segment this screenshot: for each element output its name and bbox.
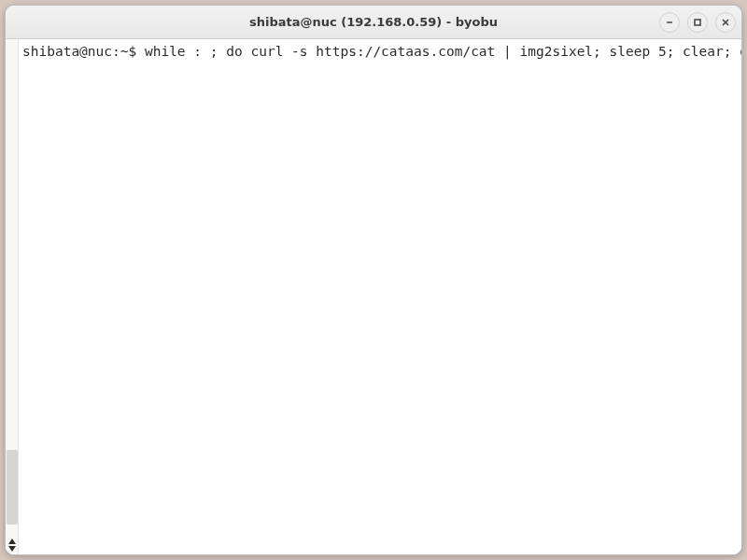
close-button[interactable]	[715, 12, 736, 33]
scroll-up-icon[interactable]	[7, 538, 17, 545]
shell-prompt: shibata@nuc:~$	[22, 44, 145, 59]
scrollbar[interactable]	[6, 39, 19, 554]
terminal-body: shibata@nuc:~$ while : ; do curl -s http…	[6, 39, 741, 554]
scroll-arrows	[6, 538, 18, 553]
window-controls	[659, 12, 736, 33]
terminal-window: shibata@nuc (192.168.0.59) - byobu shiba…	[5, 5, 742, 555]
titlebar: shibata@nuc (192.168.0.59) - byobu	[6, 6, 741, 39]
command-text: while : ; do curl -s https://cataas.com/…	[145, 44, 741, 59]
minimize-button[interactable]	[659, 12, 680, 33]
terminal-content[interactable]: shibata@nuc:~$ while : ; do curl -s http…	[19, 39, 741, 554]
close-icon	[721, 18, 730, 27]
maximize-icon	[693, 18, 702, 27]
svg-marker-5	[8, 546, 16, 552]
svg-rect-1	[695, 20, 700, 25]
minimize-icon	[665, 18, 674, 27]
maximize-button[interactable]	[687, 12, 708, 33]
svg-marker-4	[8, 539, 16, 544]
window-title: shibata@nuc (192.168.0.59) - byobu	[249, 15, 498, 29]
scroll-thumb[interactable]	[7, 450, 18, 525]
scroll-down-icon[interactable]	[7, 545, 17, 553]
